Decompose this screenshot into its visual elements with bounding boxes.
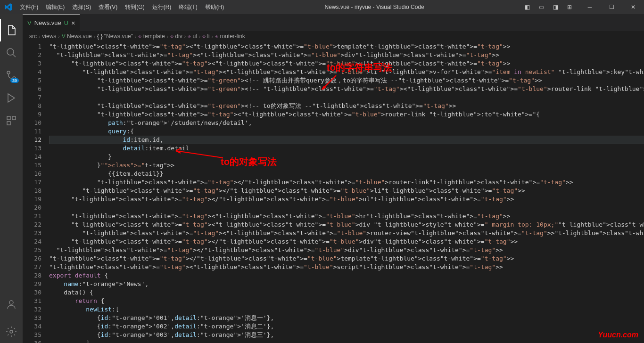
panel-left-icon[interactable]: ◧ xyxy=(521,4,533,10)
code-line[interactable]: "t-lightblue">class"t-white">="t-tag"><"… xyxy=(49,51,644,59)
debug-icon[interactable] xyxy=(0,87,23,109)
code-line[interactable]: "t-lightblue">class"t-white">="t-green">… xyxy=(49,85,644,93)
vscode-icon xyxy=(0,3,17,11)
line-number: 22 xyxy=(23,220,41,229)
code-line[interactable]: "t-lightblue">class"t-white">="t-green">… xyxy=(49,76,644,85)
source-control-icon[interactable]: 39 xyxy=(0,64,23,87)
menu-item[interactable]: 运行(R) xyxy=(149,1,175,13)
explorer-icon[interactable] xyxy=(0,19,23,41)
menu-item[interactable]: 终端(T) xyxy=(175,1,200,13)
settings-icon[interactable] xyxy=(0,320,23,343)
code-line[interactable]: "t-lightblue">class"t-white">="t-tag"><"… xyxy=(49,220,644,229)
breadcrumb-item[interactable]: views xyxy=(42,33,56,40)
code-line[interactable]: "t-lightblue">class"t-white">="t-tag"></… xyxy=(49,246,644,254)
code-line[interactable]: "t-lightblue">class"t-white">="t-tag"><"… xyxy=(49,68,644,76)
code-line[interactable]: {{item.detail}} xyxy=(49,170,644,178)
tab-news-vue[interactable]: V News.vue U × xyxy=(23,14,80,31)
line-number: 8 xyxy=(23,102,41,110)
code-line[interactable] xyxy=(49,204,644,212)
code-line[interactable] xyxy=(49,93,644,102)
panel-bottom-icon[interactable]: ▭ xyxy=(536,4,547,10)
code-line[interactable]: {id:"t-orange">'002',detail:"t-orange">'… xyxy=(49,322,644,331)
line-number: 31 xyxy=(23,297,41,305)
breadcrumb-item[interactable]: ⟐ ul xyxy=(188,33,197,40)
line-number: 34 xyxy=(23,322,41,331)
line-number: 29 xyxy=(23,280,41,288)
code-line[interactable]: export default { xyxy=(49,271,644,280)
vue-icon: V xyxy=(27,19,32,26)
minimize-button[interactable]: ─ xyxy=(579,0,601,14)
extensions-icon[interactable] xyxy=(0,109,23,132)
breadcrumb-item[interactable]: ⟐ template xyxy=(138,33,165,40)
menu-item[interactable]: 选择(S) xyxy=(69,1,94,13)
line-number: 32 xyxy=(23,305,41,314)
code-line[interactable]: detail:item.detail xyxy=(49,144,644,153)
breadcrumb-item[interactable]: ⟐ li xyxy=(202,33,210,40)
code-line[interactable]: id:item.id, xyxy=(49,136,644,144)
code-line[interactable]: newList:[ xyxy=(49,305,644,314)
close-button[interactable]: ✕ xyxy=(622,0,644,14)
code-line[interactable]: "t-lightblue">class"t-white">="t-tag"><"… xyxy=(49,229,644,237)
code-line[interactable]: "t-lightblue">class"t-white">="t-tag"></… xyxy=(49,178,644,187)
main-area: 39 ⇄ 📄 📁 ⟳ ⊟ ⋯ ›1、插槽src●›2、Vuex求和案例●›3、V… xyxy=(0,14,644,343)
menu-item[interactable]: 转到(G) xyxy=(122,1,148,13)
code-line[interactable]: name:"t-orange">'News', xyxy=(49,280,644,288)
line-number: 12 xyxy=(23,136,41,144)
code-line[interactable]: {id:"t-orange">'003',detail:"t-orange">'… xyxy=(49,331,644,339)
menu-item[interactable]: 查看(V) xyxy=(95,1,121,13)
code-line[interactable]: "t-lightblue">class"t-white">="t-tag"></… xyxy=(49,237,644,246)
line-number: 14 xyxy=(23,153,41,161)
line-number: 13 xyxy=(23,144,41,153)
code-line[interactable]: "t-lightblue">class"t-white">="t-tag"><"… xyxy=(49,59,644,68)
menu-item[interactable]: 帮助(H) xyxy=(202,1,228,13)
breadcrumb-item[interactable]: V News.vue xyxy=(62,33,92,40)
svg-point-1 xyxy=(7,71,10,74)
code-line[interactable]: "t-lightblue">class"t-white">="t-tag"><"… xyxy=(49,263,644,271)
menu-bar: 文件(F)编辑(E)选择(S)查看(V)转到(G)运行(R)终端(T)帮助(H) xyxy=(17,1,227,13)
breadcrumb-item[interactable]: ⟐ div xyxy=(170,33,182,40)
line-number: 17 xyxy=(23,178,41,187)
scm-badge: 39 xyxy=(10,78,19,83)
line-number: 23 xyxy=(23,229,41,237)
menu-item[interactable]: 文件(F) xyxy=(17,1,41,13)
line-number: 36 xyxy=(23,339,41,343)
code-line[interactable]: "t-lightblue">class"t-white">="t-tag"><"… xyxy=(49,212,644,220)
code-line[interactable]: return { xyxy=(49,297,644,305)
code-line[interactable]: "t-lightblue">class"t-white">="t-tag"></… xyxy=(49,187,644,195)
line-number: 19 xyxy=(23,195,41,204)
line-number: 25 xyxy=(23,246,41,254)
code-line[interactable]: "t-lightblue">class"t-white">="t-tag"><"… xyxy=(49,42,644,51)
code-line[interactable]: query:{ xyxy=(49,127,644,136)
close-icon[interactable]: × xyxy=(71,19,75,27)
line-number: 30 xyxy=(23,288,41,297)
line-number: 35 xyxy=(23,331,41,339)
account-icon[interactable] xyxy=(0,293,23,316)
code-content[interactable]: "t-lightblue">class"t-white">="t-tag"><"… xyxy=(49,41,644,343)
code-line[interactable]: "t-lightblue">class"t-white">="t-tag"></… xyxy=(49,195,644,204)
code-line[interactable]: } xyxy=(49,153,644,161)
code-line[interactable]: }"">class">="t-tag">> xyxy=(49,161,644,170)
line-number: 20 xyxy=(23,204,41,212)
breadcrumb-item[interactable]: ⟐ router-link xyxy=(215,33,245,40)
breadcrumb[interactable]: src›views›V News.vue›{ } "News.vue"›⟐ te… xyxy=(23,31,644,41)
code-line[interactable]: "t-lightblue">class"t-white">="t-green">… xyxy=(49,102,644,110)
editor-tabs: V News.vue U × ⇄ ◫ ⋯ xyxy=(23,14,644,31)
code-editor[interactable]: 1234567891011121314151617181920212223242… xyxy=(23,41,644,343)
panel-right-icon[interactable]: ◨ xyxy=(550,4,561,10)
line-number: 6 xyxy=(23,85,41,93)
code-line[interactable]: path:"t-orange">'/student/news/detail', xyxy=(49,119,644,127)
line-number: 11 xyxy=(23,127,41,136)
line-number: 27 xyxy=(23,263,41,271)
breadcrumb-item[interactable]: src xyxy=(29,33,37,40)
code-line[interactable]: "t-lightblue">class"t-white">="t-tag"><"… xyxy=(49,110,644,119)
layout-icon[interactable]: ⊞ xyxy=(564,4,575,10)
code-line[interactable]: data() { xyxy=(49,288,644,297)
menu-item[interactable]: 编辑(E) xyxy=(42,1,68,13)
code-line[interactable]: {id:"t-orange">'001',detail:"t-orange">'… xyxy=(49,314,644,322)
code-line[interactable]: ] xyxy=(49,339,644,343)
search-icon[interactable] xyxy=(0,41,23,64)
maximize-button[interactable]: ☐ xyxy=(601,0,622,14)
line-number: 5 xyxy=(23,76,41,85)
code-line[interactable]: "t-lightblue">class"t-white">="t-tag"></… xyxy=(49,254,644,263)
breadcrumb-item[interactable]: { } "News.vue" xyxy=(97,33,133,40)
